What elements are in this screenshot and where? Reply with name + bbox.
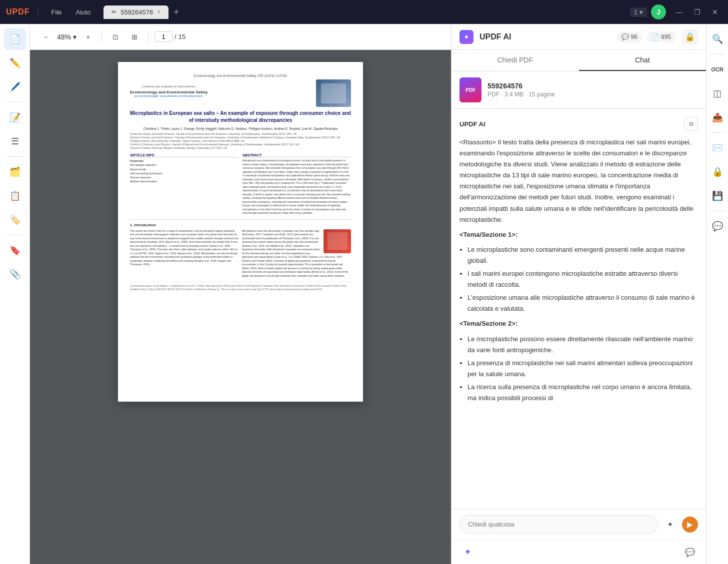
ai-spark-button[interactable]: ✦ bbox=[662, 517, 678, 533]
article-authors: Christina J. Thiele, Laura J. Grange, Em… bbox=[130, 127, 351, 130]
ai-footer-icon1[interactable]: ✦ bbox=[460, 544, 476, 560]
ai-lock-button[interactable]: 🔒 bbox=[682, 29, 698, 45]
tool-bookmark[interactable]: 🔖 bbox=[4, 239, 26, 261]
tab-active[interactable]: ✏ 559264576 × bbox=[104, 5, 168, 19]
fit-page-button[interactable]: ⊡ bbox=[108, 29, 123, 44]
tab-close-button[interactable]: × bbox=[157, 8, 160, 15]
topic2-title: <Tema/Sezione 2>: bbox=[460, 318, 698, 329]
total-pages: 15 bbox=[178, 33, 186, 40]
copy-icon: ⧉ bbox=[689, 120, 694, 127]
ai-send-button[interactable]: ▶ bbox=[682, 517, 698, 533]
user-avatar[interactable]: J bbox=[651, 4, 666, 19]
copy-response-button[interactable]: ⧉ bbox=[684, 117, 698, 131]
tool-forms[interactable]: 📋 bbox=[4, 185, 26, 207]
intro-columns: The oceans are known sinks for a range o… bbox=[130, 229, 351, 278]
ai-response-label: UPDF AI bbox=[460, 120, 486, 128]
menu-file[interactable]: File bbox=[46, 6, 67, 18]
right-search-button[interactable]: 🔍 bbox=[706, 28, 728, 50]
right-save-button[interactable]: 💾 bbox=[706, 185, 728, 207]
tool-comment[interactable]: 📝 bbox=[4, 106, 26, 128]
page-number-input[interactable] bbox=[154, 31, 172, 42]
fit-width-button[interactable]: ⊞ bbox=[127, 29, 142, 44]
abstract-title: ABSTRACT bbox=[242, 153, 351, 157]
tab-edit-icon: ✏ bbox=[112, 8, 116, 15]
ai-title: UPDF AI bbox=[480, 32, 511, 41]
send-icon: ▶ bbox=[687, 520, 693, 529]
zoom-in-button[interactable]: + bbox=[80, 29, 96, 44]
topic1-item-2: I sali marini europei contengono micropl… bbox=[468, 268, 698, 290]
right-separator-3 bbox=[710, 211, 726, 211]
app-logo: UPDF bbox=[6, 7, 30, 16]
tool-separator-2 bbox=[7, 156, 23, 157]
minimize-button[interactable]: — bbox=[672, 5, 686, 19]
pdf-viewer: − 48% ▾ + ⊡ ⊞ / 15 Ecotoxicology and Env… bbox=[30, 24, 451, 564]
close-button[interactable]: ✕ bbox=[708, 5, 722, 19]
affiliation-2: School of Ocean and Earth Science, Facul… bbox=[130, 136, 351, 139]
right-lock-button[interactable]: 🔒 bbox=[706, 161, 728, 183]
message-count-icon: 💬 bbox=[622, 33, 629, 40]
ai-footer-icon2[interactable]: 💬 bbox=[682, 544, 698, 560]
ai-response-header: UPDF AI ⧉ bbox=[460, 117, 698, 131]
journal-title: Ecotoxicology and Environmental Safety 2… bbox=[130, 74, 351, 77]
article-info-section: ARTICLE INFO Keywords: Microplastic inge… bbox=[130, 153, 238, 215]
tool-protect[interactable]: 🏷️ bbox=[4, 209, 26, 231]
ai-response-area[interactable]: UPDF AI ⧉ <Riassunto> Il testo tratta de… bbox=[452, 109, 706, 509]
tool-pages[interactable]: 🗂️ bbox=[4, 161, 26, 183]
right-share-button[interactable]: 📤 bbox=[706, 106, 728, 128]
right-chat-button[interactable]: 💬 bbox=[706, 215, 728, 237]
titlebar-separator bbox=[38, 6, 38, 18]
affiliation-5: School of Ocean Sciences, Bangor Univers… bbox=[130, 146, 351, 149]
article-info-grid: ARTICLE INFO Keywords: Microplastic inge… bbox=[130, 153, 351, 215]
affiliation-3: Philippa Hudson, Bournemouth University,… bbox=[130, 139, 351, 142]
maximize-button[interactable]: ❐ bbox=[690, 5, 704, 19]
page-separator: / bbox=[174, 33, 176, 40]
pdf-file-info: 559264576 PDF · 3.4 MB · 15 pagine bbox=[488, 82, 555, 98]
ai-chat-input[interactable] bbox=[460, 515, 658, 534]
pdf-metadata: PDF · 3.4 MB · 15 pagine bbox=[488, 91, 555, 98]
journal-name: Ecotoxicology and Environmental Safety bbox=[130, 90, 208, 94]
journal-homepage: journal homepage: www.elsevier.com/locat… bbox=[130, 94, 208, 97]
doc-count: 895 bbox=[661, 33, 671, 40]
toolbar-separator-2 bbox=[148, 31, 148, 43]
ai-tabs: Chiedi PDF Chat bbox=[452, 50, 706, 71]
tool-edit[interactable]: ✏️ bbox=[4, 52, 26, 74]
tab-chat[interactable]: Chat bbox=[579, 50, 706, 71]
pdf-content[interactable]: Ecotoxicology and Environmental Safety 2… bbox=[30, 50, 451, 564]
right-separator-1 bbox=[710, 54, 726, 54]
topic1-list: Le microplastiche sono contaminanti emer… bbox=[460, 244, 698, 315]
article-info-title: ARTICLE INFO bbox=[130, 153, 238, 157]
tool-list[interactable]: ☰ bbox=[4, 130, 26, 152]
affiliation-4: School of Chemistry and Physics, Faculty… bbox=[130, 143, 351, 146]
tool-document[interactable]: 📄 bbox=[4, 28, 26, 50]
tool-pen[interactable]: 🖊️ bbox=[4, 76, 26, 98]
footnotes-area: Corresponding author. E-mail address: c.… bbox=[130, 282, 351, 291]
ai-panel: ✦ UPDF AI 💬 96 📄 895 🔒 Chiedi PDF Chat bbox=[451, 24, 706, 564]
right-translate-button[interactable]: ◫ bbox=[706, 82, 728, 104]
zoom-value: 48% bbox=[57, 33, 71, 41]
tab-chiedi-pdf[interactable]: Chiedi PDF bbox=[452, 50, 579, 71]
intro-col2: Microplastics were first discovered in s… bbox=[242, 229, 351, 278]
topic2-list: Le microplastiche possono essere diretta… bbox=[460, 334, 698, 404]
tab-title: 559264576 bbox=[120, 8, 153, 16]
toolbar-separator-1 bbox=[102, 31, 102, 43]
pdf-icon: PDF bbox=[460, 77, 482, 102]
right-email-button[interactable]: ✉️ bbox=[706, 137, 728, 159]
tab-add-button[interactable]: + bbox=[170, 7, 182, 17]
pdf-toolbar: − 48% ▾ + ⊡ ⊞ / 15 bbox=[30, 24, 451, 50]
zoom-out-button[interactable]: − bbox=[38, 29, 53, 44]
menu-aiuto[interactable]: Aiuto bbox=[71, 6, 96, 18]
affiliations: Centre for Ocean and Earth Science, Facu… bbox=[130, 132, 351, 149]
zoom-dropdown-icon[interactable]: ▾ bbox=[73, 33, 76, 41]
pdf-logo-area: Contents lists available at ScienceDirec… bbox=[130, 79, 351, 107]
tool-attach[interactable]: 📎 bbox=[4, 263, 26, 285]
topic1-item-3: L'esposizione umana alle microplastiche … bbox=[468, 292, 698, 314]
tool-separator-3 bbox=[7, 235, 23, 235]
doc-count-icon: 📄 bbox=[652, 33, 659, 40]
tab-counter[interactable]: 1 ▾ bbox=[630, 7, 647, 17]
message-count-badge: 💬 96 bbox=[616, 31, 642, 42]
main-area: 📄 ✏️ 🖊️ 📝 ☰ 🗂️ 📋 🏷️ 🔖 📎 − 48% ▾ + ⊡ ⊞ bbox=[0, 24, 728, 564]
right-ocr-button[interactable]: OCR bbox=[706, 58, 728, 80]
topic1-title: <Tema/Sezione 1>: bbox=[460, 229, 698, 240]
ai-response-text: <Riassunto> Il testo tratta della presen… bbox=[460, 137, 698, 404]
pdf-filename: 559264576 bbox=[488, 82, 555, 90]
